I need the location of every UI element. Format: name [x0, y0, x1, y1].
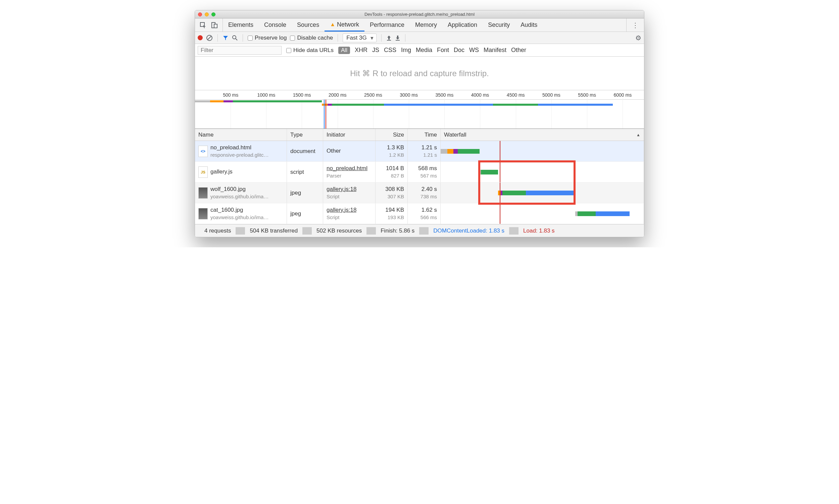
- device-toolbar-icon[interactable]: [211, 22, 218, 29]
- request-size: 1014 B: [379, 165, 404, 173]
- overview-tick: 4000 ms: [471, 92, 489, 98]
- download-har-icon[interactable]: [395, 35, 400, 41]
- request-size-uncompressed: 1.2 KB: [379, 152, 404, 158]
- load-event-line: [500, 141, 500, 161]
- record-button[interactable]: [198, 35, 203, 40]
- waterfall-cell[interactable]: [441, 203, 644, 224]
- tab-network[interactable]: ▲Network: [324, 18, 364, 32]
- request-initiator-type: Parser: [326, 173, 368, 179]
- grid-header[interactable]: Name Type Initiator Size Time Waterfall▲: [195, 129, 644, 141]
- request-size-uncompressed: 307 KB: [379, 193, 404, 200]
- upload-har-icon[interactable]: [386, 35, 392, 41]
- svg-line-6: [236, 39, 237, 40]
- request-initiator[interactable]: gallery.js:18: [326, 185, 356, 193]
- tab-security[interactable]: Security: [483, 18, 515, 32]
- summary-dcl: DOMContentLoaded: 1.83 s: [429, 228, 509, 234]
- image-file-icon: [198, 187, 208, 199]
- svg-line-4: [208, 36, 211, 40]
- filter-type-all[interactable]: All: [338, 47, 350, 54]
- window-title: DevTools - responsive-preload.glitch.me/…: [195, 12, 644, 17]
- column-waterfall[interactable]: Waterfall▲: [441, 129, 644, 141]
- filter-type-img[interactable]: Img: [401, 47, 411, 54]
- request-time: 1.21 s: [411, 144, 437, 152]
- column-size[interactable]: Size: [376, 129, 408, 141]
- filter-type-other[interactable]: Other: [511, 47, 526, 54]
- table-row[interactable]: JSgallery.jsscriptno_preload.htmlParser1…: [195, 162, 644, 182]
- table-row[interactable]: cat_1600.jpgyoavweiss.github.io/ima…jpeg…: [195, 203, 644, 224]
- svg-rect-7: [387, 40, 391, 41]
- request-name: cat_1600.jpg: [210, 206, 268, 214]
- column-type[interactable]: Type: [287, 129, 323, 141]
- throttling-select[interactable]: Fast 3G: [343, 34, 376, 42]
- waterfall-cell[interactable]: [441, 141, 644, 161]
- filter-type-media[interactable]: Media: [416, 47, 432, 54]
- search-icon[interactable]: [232, 35, 238, 41]
- filter-type-js[interactable]: JS: [372, 47, 379, 54]
- column-initiator[interactable]: Initiator: [323, 129, 376, 141]
- disable-cache-checkbox[interactable]: Disable cache: [290, 35, 333, 41]
- overview-tick: 4500 ms: [507, 92, 525, 98]
- summary-requests: 4 requests: [200, 228, 236, 234]
- request-initiator[interactable]: gallery.js:18: [326, 206, 356, 214]
- request-latency: 738 ms: [411, 193, 437, 200]
- filter-type-doc[interactable]: Doc: [454, 47, 464, 54]
- tab-audits[interactable]: Audits: [515, 18, 543, 32]
- overview-tick: 3000 ms: [400, 92, 418, 98]
- request-name: gallery.js: [210, 168, 233, 176]
- request-initiator-type: Script: [326, 193, 356, 200]
- table-row[interactable]: <>no_preload.htmlresponsive-preload.glit…: [195, 141, 644, 162]
- summary-resources: 502 KB resources: [312, 228, 367, 234]
- filter-toggle-icon[interactable]: [222, 35, 229, 41]
- request-size-uncompressed: 193 KB: [379, 214, 404, 221]
- filter-bar: Hide data URLs AllXHRJSCSSImgMediaFontDo…: [195, 44, 644, 57]
- filter-type-manifest[interactable]: Manifest: [484, 47, 506, 54]
- request-time: 1.62 s: [411, 206, 437, 214]
- request-name: no_preload.html: [210, 144, 268, 152]
- waterfall-segment: [453, 149, 458, 154]
- clear-icon[interactable]: [206, 35, 213, 41]
- load-event-line: [500, 203, 500, 224]
- filmstrip-hint: Hit ⌘ R to reload and capture filmstrip.: [195, 57, 644, 90]
- request-domain: responsive-preload.glitc…: [210, 152, 268, 158]
- waterfall-segment: [575, 211, 577, 216]
- tab-performance[interactable]: Performance: [364, 18, 410, 32]
- filter-type-font[interactable]: Font: [437, 47, 449, 54]
- network-toolbar: Preserve log Disable cache Fast 3G ⚙: [195, 32, 644, 44]
- waterfall-segment: [441, 149, 447, 154]
- table-row[interactable]: wolf_1600.jpgyoavweiss.github.io/ima…jpe…: [195, 182, 644, 203]
- filter-type-ws[interactable]: WS: [469, 47, 479, 54]
- request-initiator[interactable]: no_preload.html: [326, 165, 368, 173]
- column-time[interactable]: Time: [408, 129, 441, 141]
- request-latency: 566 ms: [411, 214, 437, 221]
- overview-tick: 5500 ms: [578, 92, 596, 98]
- image-file-icon: [198, 208, 208, 219]
- preserve-log-checkbox[interactable]: Preserve log: [248, 35, 287, 41]
- filter-type-xhr[interactable]: XHR: [355, 47, 368, 54]
- request-type: script: [287, 162, 323, 182]
- filter-input[interactable]: [198, 46, 282, 55]
- summary-load: Load: 1.83 s: [518, 228, 559, 234]
- waterfall-segment: [458, 149, 480, 154]
- waterfall-segment: [447, 149, 453, 154]
- tab-application[interactable]: Application: [442, 18, 483, 32]
- hide-data-urls-checkbox[interactable]: Hide data URLs: [286, 47, 334, 54]
- request-type: document: [287, 141, 323, 161]
- inspect-element-icon[interactable]: [200, 22, 207, 29]
- more-menu-icon[interactable]: ⋮: [626, 18, 644, 32]
- column-name[interactable]: Name: [195, 129, 287, 141]
- tab-memory[interactable]: Memory: [410, 18, 442, 32]
- tab-elements[interactable]: Elements: [223, 18, 259, 32]
- request-time: 568 ms: [411, 165, 437, 173]
- request-time: 2.40 s: [411, 185, 437, 193]
- overview-timeline[interactable]: 500 ms1000 ms1500 ms2000 ms2500 ms3000 m…: [195, 90, 644, 129]
- requests-grid: Name Type Initiator Size Time Waterfall▲…: [195, 129, 644, 224]
- tab-console[interactable]: Console: [259, 18, 292, 32]
- svg-rect-8: [396, 40, 400, 41]
- request-initiator: Other: [326, 147, 341, 155]
- filter-type-css[interactable]: CSS: [384, 47, 396, 54]
- summary-bar: 4 requests 504 KB transferred 502 KB res…: [195, 224, 644, 237]
- tab-sources[interactable]: Sources: [292, 18, 324, 32]
- svg-rect-2: [214, 24, 217, 28]
- settings-icon[interactable]: ⚙: [635, 34, 641, 42]
- request-size: 308 KB: [379, 185, 404, 193]
